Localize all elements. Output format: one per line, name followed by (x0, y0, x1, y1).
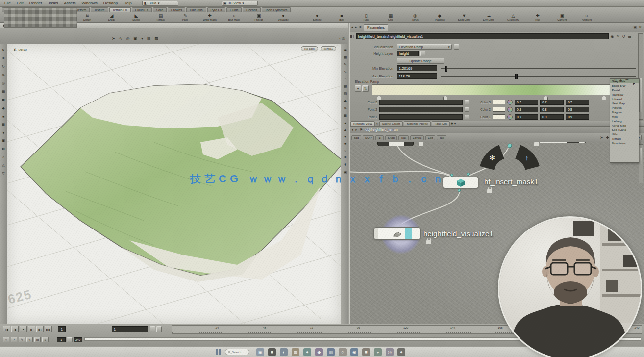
shelf-tool[interactable]: ▦ Grid (380, 14, 401, 21)
preset-menu-item[interactable]: Hills (610, 132, 639, 136)
network-path[interactable]: obj/heightfield_terrain (365, 128, 398, 131)
shelf-tab[interactable]: Tools Dynamics (262, 7, 291, 12)
param-pane-tab[interactable]: Parameters (364, 24, 388, 31)
shelf-tool[interactable]: ▣ Camera (551, 14, 573, 21)
node-label[interactable]: heightfield_visualize1 (423, 230, 494, 238)
menu-item[interactable]: Render (27, 0, 45, 6)
visualization-dropdown[interactable]: Elevation Ramp▾ (397, 44, 452, 50)
playbar-option-button[interactable]: ▤ (34, 337, 41, 342)
display-option-icon[interactable]: ✚ (344, 155, 347, 159)
back-icon[interactable]: ◂ (351, 128, 353, 132)
display-option-icon[interactable]: ☰ (344, 114, 347, 118)
shelf-tool[interactable]: ▼ Spot Light (453, 14, 475, 21)
tool-icon[interactable]: ▦ (2, 90, 5, 94)
range-start-field[interactable]: 1 (57, 337, 66, 342)
node-heightfield-visualize[interactable] (373, 227, 421, 240)
network-badge-button[interactable]: Snap (385, 135, 397, 140)
preset-menu-item[interactable]: Aerial Map (610, 123, 639, 128)
taskbar-app-icon[interactable]: ■ (362, 348, 370, 356)
add-point-icon[interactable]: ✚ (619, 79, 623, 83)
preset-menu-item[interactable]: Terrain (610, 136, 639, 141)
shelf-tab[interactable]: Solid (153, 7, 167, 12)
playbar-option-button[interactable]: ∿ (26, 337, 33, 342)
start-button[interactable] (216, 349, 221, 355)
shelf-tab[interactable]: Texture (91, 7, 108, 12)
transport-button[interactable]: ● (20, 326, 27, 332)
back-icon[interactable]: ◂ (351, 26, 353, 29)
network-badge-button[interactable]: Top (437, 135, 446, 140)
playbar-option-button[interactable]: ◔ (11, 337, 17, 342)
tool-icon[interactable]: ✚ (2, 56, 5, 60)
reset-button[interactable] (454, 44, 459, 50)
shelf-tab-active[interactable]: Terrain FX (109, 7, 131, 12)
taskbar-app-icon[interactable]: ○ (339, 348, 347, 356)
color-wheel-icon[interactable] (507, 100, 513, 105)
preset-menu-item[interactable]: Infrared (610, 97, 639, 101)
preset-menu-item[interactable]: Sea / Land (610, 128, 639, 132)
forward-icon[interactable]: ▸ (355, 26, 357, 29)
playbar-option-button[interactable]: ✎ (19, 337, 25, 342)
viewport-tool-icon[interactable]: ∿ (119, 36, 123, 41)
taskbar-app-icon[interactable]: ◎ (386, 348, 394, 356)
network-badge-button[interactable]: Layout (410, 135, 424, 140)
viewport-tool-icon[interactable]: ▦ (147, 36, 151, 41)
preset-menu-item[interactable]: Plasma (610, 105, 639, 110)
shelf-tool[interactable]: ◆ Platonic (429, 14, 450, 21)
color-b-field[interactable]: 0.7 (566, 100, 589, 105)
tool-icon[interactable]: ✱ (2, 98, 5, 102)
network-tool-icon[interactable]: ➤ (600, 135, 603, 140)
display-option-icon[interactable]: ● (344, 121, 346, 125)
color-wheel-icon[interactable] (507, 107, 513, 112)
spinner-button[interactable] (465, 107, 469, 112)
input-dot[interactable] (450, 174, 453, 177)
node-hf-insert-mask[interactable] (443, 177, 479, 188)
taskbar-app-icon[interactable]: ◒ (374, 348, 382, 356)
preset-menu-item[interactable]: Pastel (610, 88, 639, 92)
slider-handle[interactable] (515, 74, 518, 79)
display-option-icon[interactable]: ○ (344, 149, 346, 152)
display-option-icon[interactable]: ∿ (344, 70, 347, 74)
transport-button[interactable]: ▶ (28, 326, 35, 332)
shelf-tool[interactable]: ◎ Torus (404, 14, 426, 21)
viewport-tool-icon[interactable]: ➤ (112, 36, 115, 41)
transport-button[interactable]: ▶▶ (45, 326, 52, 332)
tool-icon[interactable]: ■ (2, 115, 4, 118)
menu-item[interactable]: File (2, 0, 13, 6)
viewport-tool-icon[interactable]: ▣ (133, 36, 137, 41)
shelf-tab[interactable]: Fluids (226, 7, 242, 12)
param-header-icon[interactable]: ↺ (622, 34, 625, 39)
network-badge-button[interactable]: (1) (375, 135, 384, 140)
tool-icon[interactable]: ◆ (2, 106, 4, 110)
param-header-icon[interactable]: ☰ (628, 34, 631, 39)
taskbar-app-icon[interactable]: ● (397, 348, 405, 356)
scrollbar-thumb[interactable] (639, 78, 642, 112)
network-tab-active[interactable]: Network View (350, 121, 375, 126)
output-dot[interactable] (458, 189, 461, 192)
preset-menu-item[interactable]: Mountains (610, 141, 639, 145)
preset-menu-item[interactable]: Heat Map (610, 101, 639, 105)
color-g-field[interactable]: 0.8 (540, 107, 564, 112)
param-header-icon[interactable]: ◉ (611, 34, 614, 39)
display-option-icon[interactable]: ▨ (344, 92, 347, 96)
point-position-slider[interactable] (379, 107, 463, 112)
color-r-field[interactable]: 0.9 (515, 114, 538, 120)
viewport-tool-icon[interactable]: ▩ (155, 36, 159, 41)
display-option-icon[interactable]: ✻ (344, 163, 347, 167)
view-pill[interactable]: persp1 (321, 46, 336, 51)
point-position-slider[interactable] (379, 100, 463, 105)
tool-icon[interactable]: ◎ (2, 81, 5, 85)
playhead-frame-chip[interactable]: 1 (58, 326, 66, 332)
network-tool-icon[interactable]: ✚ (606, 135, 609, 140)
tool-icon[interactable]: ↻ (2, 65, 5, 69)
taskbar-app-icon[interactable]: ◐ (280, 348, 288, 356)
elevation-ramp-gradient[interactable] (372, 84, 636, 95)
color-g-field[interactable]: 0.9 (540, 114, 564, 120)
clear-button[interactable] (420, 51, 425, 56)
menu-item[interactable]: Help (121, 0, 134, 6)
color-wheel-icon[interactable] (507, 114, 513, 120)
pane-tab[interactable]: Take List (432, 121, 449, 126)
ramp-prev-button[interactable]: ▾ (355, 85, 361, 92)
frame-step-up[interactable] (150, 326, 155, 332)
close-icon[interactable]: ✕ (376, 122, 378, 125)
taskbar-app-icon[interactable]: ● (303, 348, 311, 356)
